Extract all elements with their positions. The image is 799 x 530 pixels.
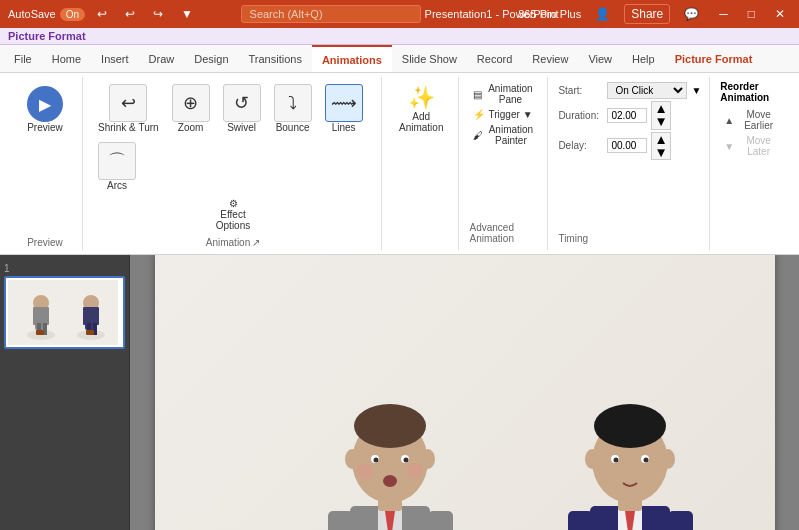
delay-down[interactable]: ▼ [654, 146, 667, 159]
svg-point-62 [594, 404, 666, 448]
move-later-button[interactable]: ▼ Move Later [720, 133, 783, 159]
slide-canvas[interactable]: 1 2 3 [155, 255, 775, 530]
redo-button[interactable]: ↪ [147, 5, 169, 23]
svg-point-67 [585, 449, 599, 469]
duration-up[interactable]: ▲ [654, 102, 667, 115]
maximize-button[interactable]: □ [742, 5, 761, 23]
tab-view[interactable]: View [578, 45, 622, 72]
anim-shrink-turn[interactable]: ↩ Shrink & Turn [93, 81, 164, 136]
title-bar-right: 365 Pro Plus 👤 Share 💬 ─ □ ✕ [518, 4, 791, 24]
customize-button[interactable]: ▼ [175, 5, 199, 23]
anim-bounce[interactable]: ⤵ Bounce [269, 81, 317, 136]
animation-pane-button[interactable]: ▤ Animation Pane [469, 81, 539, 107]
tab-transitions[interactable]: Transitions [239, 45, 312, 72]
start-select[interactable]: On Click [607, 82, 687, 99]
start-dropdown-btn[interactable]: ▼ [691, 85, 701, 96]
animation-items: ↩ Shrink & Turn ⊕ Zoom ↺ Swivel ⤵ Bounce… [93, 77, 373, 194]
character-right[interactable] [550, 381, 710, 530]
svg-rect-7 [36, 330, 44, 335]
ribbon: Picture Format File Home Insert Draw Des… [0, 28, 799, 255]
close-button[interactable]: ✕ [769, 5, 791, 23]
comment-button[interactable]: 💬 [678, 5, 705, 23]
minimize-button[interactable]: ─ [713, 5, 734, 23]
tab-review[interactable]: Review [522, 45, 578, 72]
svg-point-68 [661, 449, 675, 469]
start-label: Start: [558, 85, 603, 96]
tab-design[interactable]: Design [184, 45, 238, 72]
animation-extra-buttons: ⚙ Effect Options [208, 194, 258, 235]
duration-row: Duration: ▲ ▼ [558, 101, 701, 130]
delay-row: Delay: ▲ ▼ [558, 132, 701, 161]
ribbon-group-add-animation: ✨ Add Animation [384, 77, 459, 250]
tab-animations[interactable]: Animations [312, 45, 392, 72]
character-left[interactable] [310, 381, 470, 530]
anim-lines[interactable]: ⟿ Lines [320, 81, 368, 136]
tab-help[interactable]: Help [622, 45, 665, 72]
delay-input[interactable] [607, 138, 647, 153]
slide-thumb-1[interactable] [4, 276, 125, 349]
svg-point-66 [643, 458, 648, 463]
svg-rect-52 [568, 511, 593, 530]
svg-rect-14 [86, 330, 94, 335]
picture-format-title: Picture Format [8, 30, 86, 42]
preview-items: ▶ Preview [16, 77, 74, 235]
arcs-icon: ⌒ [98, 142, 136, 180]
tab-slideshow[interactable]: Slide Show [392, 45, 467, 72]
undo-button[interactable]: ↩ [91, 5, 113, 23]
delay-label: Delay: [558, 140, 603, 151]
swivel-icon: ↺ [223, 84, 261, 122]
start-row: Start: On Click ▼ [558, 82, 701, 99]
duration-spinner[interactable]: ▲ ▼ [651, 101, 670, 130]
tab-home[interactable]: Home [42, 45, 91, 72]
tab-file[interactable]: File [4, 45, 42, 72]
reorder-title: Reorder Animation [720, 81, 783, 103]
trigger-button[interactable]: ⚡ Trigger ▼ [469, 107, 536, 122]
animation-expand-icon[interactable]: ↗ [252, 237, 260, 248]
anim-arcs[interactable]: ⌒ Arcs [93, 139, 141, 194]
undo2-button[interactable]: ↩ [119, 5, 141, 23]
preview-icon: ▶ [27, 86, 63, 122]
delay-spinner[interactable]: ▲ ▼ [651, 132, 670, 161]
svg-point-37 [403, 458, 408, 463]
title-bar: AutoSave On ↩ ↩ ↪ ▼ Presentation1 - Powe… [0, 0, 799, 28]
preview-button[interactable]: ▶ Preview [16, 81, 74, 138]
trigger-icon: ⚡ [473, 109, 485, 120]
move-earlier-button[interactable]: ▲ Move Earlier [720, 107, 783, 133]
svg-rect-24 [428, 511, 453, 530]
ribbon-group-reorder: Reorder Animation ▲ Move Earlier ▼ Move … [712, 77, 791, 250]
share-button[interactable]: Share [624, 4, 670, 24]
tabs-row: File Home Insert Draw Design Transitions… [0, 45, 799, 73]
delay-up[interactable]: ▲ [654, 133, 667, 146]
anim-zoom[interactable]: ⊕ Zoom [167, 81, 215, 136]
anim-swivel[interactable]: ↺ Swivel [218, 81, 266, 136]
duration-input[interactable] [607, 108, 647, 123]
bounce-icon: ⤵ [274, 84, 312, 122]
tab-draw[interactable]: Draw [139, 45, 185, 72]
effect-options-button[interactable]: ⚙ Effect Options [208, 194, 258, 235]
tab-insert[interactable]: Insert [91, 45, 139, 72]
tab-record[interactable]: Record [467, 45, 522, 72]
autosave-area: AutoSave On [8, 8, 85, 21]
slide-background: 1 2 3 [155, 255, 775, 530]
animation-painter-button[interactable]: 🖌 Animation Painter [469, 122, 539, 148]
svg-rect-23 [328, 511, 353, 530]
duration-down[interactable]: ▼ [654, 115, 667, 128]
account-button[interactable]: 👤 [589, 5, 616, 23]
search-input[interactable] [241, 5, 421, 23]
add-animation-button[interactable]: ✨ Add Animation [392, 81, 450, 137]
tab-picture-format[interactable]: Picture Format [665, 45, 763, 72]
add-animation-icon: ✨ [408, 85, 435, 111]
svg-point-39 [345, 449, 359, 469]
svg-rect-11 [83, 307, 99, 325]
slide-thumbnail-svg [8, 280, 118, 345]
ribbon-group-advanced-animation: ▤ Animation Pane ⚡ Trigger ▼ 🖌 Animation… [461, 77, 548, 250]
title-text: Presentation1 - PowerPoint [425, 8, 559, 20]
add-animation-items: ✨ Add Animation [392, 77, 450, 250]
timing-label: Timing [558, 231, 701, 246]
title-center: Presentation1 - PowerPoint [241, 5, 559, 23]
preview-label: Preview [27, 235, 63, 250]
shrink-turn-icon: ↩ [109, 84, 147, 122]
duration-label: Duration: [558, 110, 603, 121]
autosave-toggle[interactable]: On [60, 8, 85, 21]
svg-rect-53 [668, 511, 693, 530]
